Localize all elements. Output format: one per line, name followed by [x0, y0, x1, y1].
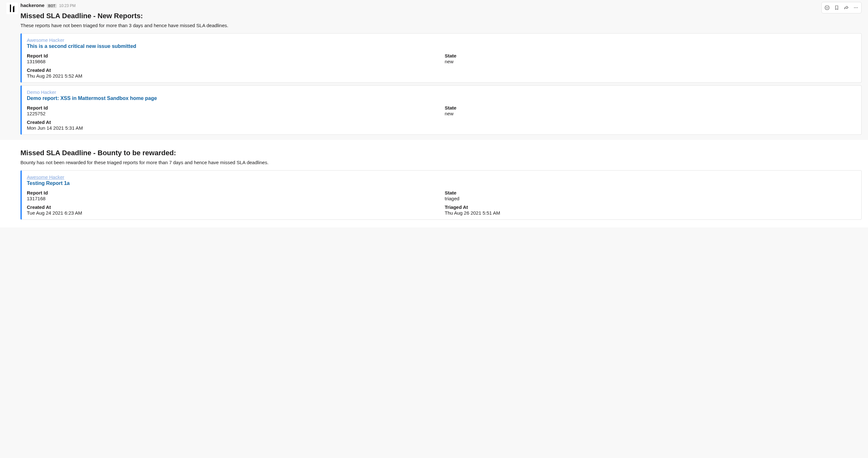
svg-point-2	[828, 7, 828, 7]
share-arrow-icon	[843, 5, 849, 10]
report-title-link[interactable]: Demo report: XSS in Mattermost Sandbox h…	[27, 96, 856, 101]
section-description: Bounty has not been rewarded for these t…	[21, 160, 862, 165]
state-label: State	[445, 105, 857, 110]
report-title-link[interactable]: Testing Report 1a	[27, 181, 856, 186]
bookmark-button[interactable]	[832, 3, 841, 12]
state-label: State	[445, 190, 857, 195]
created-value: Mon Jun 14 2021 5:31 AM	[27, 125, 438, 131]
created-value: Tue Aug 24 2021 6:23 AM	[27, 210, 438, 216]
svg-point-5	[857, 7, 858, 8]
svg-point-4	[856, 7, 856, 8]
created-label: Created At	[27, 67, 438, 73]
smile-icon	[824, 5, 830, 10]
report-card: Awesome Hacker Testing Report 1a Report …	[21, 170, 862, 220]
report-card: Awesome Hacker This is a second critical…	[21, 33, 862, 83]
bookmark-icon	[834, 5, 840, 10]
svg-point-3	[854, 7, 855, 8]
hacker-link[interactable]: Awesome Hacker	[27, 174, 856, 180]
triaged-value: Thu Aug 26 2021 5:51 AM	[445, 210, 857, 216]
sender-name[interactable]: hackerone	[21, 3, 44, 8]
state-value: new	[445, 111, 857, 116]
report-id-value: 1225752	[27, 111, 438, 116]
emoji-reaction-button[interactable]	[822, 3, 832, 12]
section-heading-new-reports: Missed SLA Deadline - New Reports:	[21, 12, 862, 20]
svg-point-0	[825, 5, 829, 10]
created-label: Created At	[27, 120, 438, 125]
report-title-link[interactable]: This is a second critical new issue subm…	[27, 43, 856, 49]
triaged-label: Triaged At	[445, 204, 857, 210]
section-heading-bounty: Missed SLA Deadline - Bounty to be rewar…	[21, 149, 862, 157]
created-label: Created At	[27, 204, 438, 210]
report-id-value: 1319868	[27, 59, 438, 64]
report-id-value: 1317168	[27, 196, 438, 201]
hacker-link[interactable]: Awesome Hacker	[27, 37, 856, 43]
more-horizontal-icon	[853, 5, 859, 10]
bot-badge: BOT	[47, 4, 57, 8]
report-id-label: Report Id	[27, 105, 438, 110]
more-actions-button[interactable]	[851, 3, 861, 12]
report-id-label: Report Id	[27, 53, 438, 59]
state-value: triaged	[445, 196, 857, 201]
share-button[interactable]	[841, 3, 851, 12]
hacker-link[interactable]: Demo Hacker	[27, 90, 856, 95]
section-description: These reports have not been triaged for …	[21, 23, 862, 28]
state-label: State	[445, 53, 857, 59]
message-time: 10:23 PM	[59, 3, 75, 8]
report-id-label: Report Id	[27, 190, 438, 195]
state-value: new	[445, 59, 857, 64]
hackerone-logo-icon	[8, 4, 17, 13]
message-actions	[822, 2, 862, 13]
created-value: Thu Aug 26 2021 5:52 AM	[27, 73, 438, 78]
sender-avatar[interactable]	[6, 3, 18, 14]
svg-point-1	[826, 7, 827, 7]
report-card: Demo Hacker Demo report: XSS in Mattermo…	[21, 85, 862, 135]
